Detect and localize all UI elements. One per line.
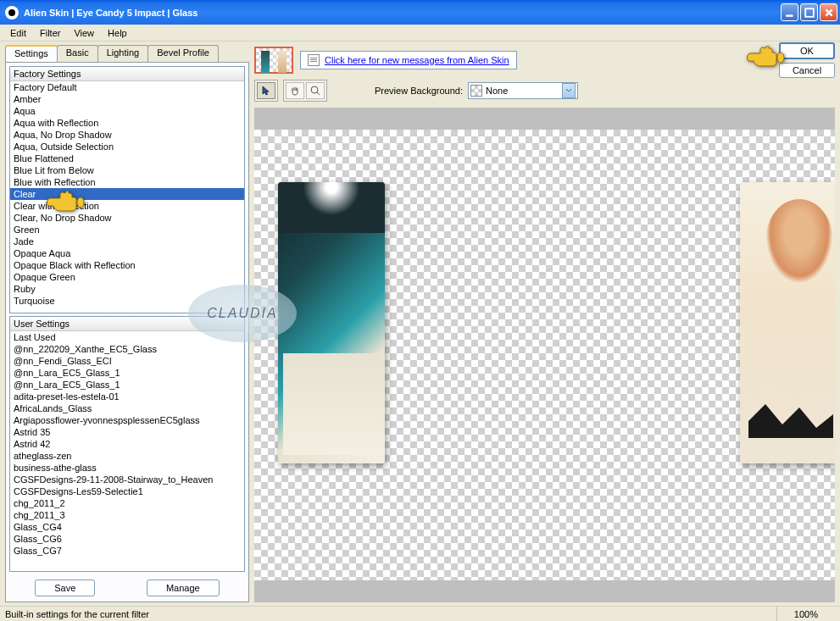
ok-button[interactable]: OK	[779, 42, 835, 59]
list-item[interactable]: Green	[10, 224, 244, 236]
preview-bg-select[interactable]: None	[468, 82, 578, 99]
message-box: Click here for new messages from Alien S…	[300, 51, 517, 69]
preview-bg-label: Preview Background:	[375, 86, 463, 96]
list-item[interactable]: Amber	[10, 93, 244, 105]
list-item[interactable]: chg_2011_3	[10, 509, 244, 521]
list-item[interactable]: @nn_Lara_EC5_Glass_1	[10, 379, 244, 391]
list-item[interactable]: Clear	[10, 188, 244, 200]
list-item[interactable]: Blue Flattened	[10, 152, 244, 164]
tab-lighting[interactable]: Lighting	[97, 45, 149, 62]
list-item[interactable]: chg_2011_2	[10, 497, 244, 509]
save-button[interactable]: Save	[35, 579, 95, 596]
menu-filter[interactable]: Filter	[35, 26, 65, 40]
minimize-button[interactable]	[781, 3, 798, 21]
menu-help[interactable]: Help	[103, 26, 132, 40]
list-item[interactable]: adita-preset-les-estela-01	[10, 391, 244, 402]
list-item[interactable]: Argiapossflower-yvonnespsplessenEC5glass	[10, 414, 244, 426]
list-item[interactable]: Opaque Green	[10, 271, 244, 283]
user-header: User Settings	[10, 317, 244, 331]
message-link[interactable]: Click here for new messages from Alien S…	[325, 55, 509, 65]
maximize-button[interactable]	[800, 3, 818, 21]
pointer-tool-icon[interactable]	[257, 82, 275, 99]
close-button[interactable]	[820, 3, 837, 21]
message-icon	[308, 54, 320, 66]
app-icon	[5, 6, 19, 19]
svg-point-2	[311, 86, 318, 93]
svg-rect-1	[805, 8, 814, 17]
preview-image-right	[740, 182, 835, 463]
tab-bevel-profile[interactable]: Bevel Profile	[147, 45, 219, 62]
zoom-level: 100%	[776, 607, 835, 621]
menu-bar: Edit Filter View Help	[0, 25, 840, 42]
list-item[interactable]: Aqua	[10, 105, 244, 117]
list-item[interactable]: atheglass-zen	[10, 450, 244, 462]
menu-edit[interactable]: Edit	[5, 26, 31, 40]
pan-tool-icon[interactable]	[286, 82, 304, 99]
user-settings-list[interactable]: User Settings Last Used@nn_220209_Xanthe…	[9, 316, 245, 572]
list-item[interactable]: Astrid 42	[10, 438, 244, 450]
tab-basic[interactable]: Basic	[57, 45, 98, 62]
cancel-button[interactable]: Cancel	[779, 63, 835, 78]
list-item[interactable]: business-athe-glass	[10, 462, 244, 474]
navigator-thumbnail[interactable]	[254, 47, 293, 74]
list-item[interactable]: Glass_CG6	[10, 533, 244, 545]
preview-area[interactable]	[254, 108, 835, 602]
list-item[interactable]: Opaque Aqua	[10, 247, 244, 259]
list-item[interactable]: Aqua, No Drop Shadow	[10, 129, 244, 141]
title-bar: Alien Skin | Eye Candy 5 Impact | Glass	[0, 0, 840, 25]
list-item[interactable]: Blue with Reflection	[10, 176, 244, 188]
preview-bg-value: None	[486, 86, 508, 96]
list-item[interactable]: Turquoise	[10, 295, 244, 307]
list-item[interactable]: Aqua, Outside Selection	[10, 141, 244, 152]
tab-strip: Settings Basic Lighting Bevel Profile	[5, 45, 249, 62]
zoom-tool-icon[interactable]	[306, 82, 325, 99]
list-item[interactable]: Factory Default	[10, 81, 244, 93]
list-item[interactable]: Clear, No Drop Shadow	[10, 212, 244, 224]
list-item[interactable]: Ruby	[10, 283, 244, 295]
status-bar: Built-in settings for the current filter…	[0, 606, 840, 621]
list-item[interactable]: CGSFDesigns-29-11-2008-Stairway_to_Heave…	[10, 474, 244, 485]
list-item[interactable]: Last Used	[10, 331, 244, 343]
list-item[interactable]: Blue Lit from Below	[10, 164, 244, 176]
list-item[interactable]: Glass_CG7	[10, 545, 244, 557]
tab-settings[interactable]: Settings	[5, 45, 58, 62]
menu-view[interactable]: View	[69, 26, 99, 40]
list-item[interactable]: @nn_Fendi_Glass_ECI	[10, 355, 244, 367]
list-item[interactable]: Glass_CG4	[10, 521, 244, 533]
factory-header: Factory Settings	[10, 67, 244, 81]
preview-image-left	[278, 182, 385, 463]
list-item[interactable]: CGSFDesigns-Les59-Selectie1	[10, 485, 244, 497]
list-item[interactable]: Jade	[10, 236, 244, 247]
factory-settings-list[interactable]: Factory Settings Factory DefaultAmberAqu…	[9, 66, 245, 313]
window-title: Alien Skin | Eye Candy 5 Impact | Glass	[24, 8, 781, 18]
status-text: Built-in settings for the current filter	[5, 609, 149, 619]
svg-rect-0	[786, 14, 793, 16]
list-item[interactable]: Opaque Black with Reflection	[10, 259, 244, 271]
list-item[interactable]: Aqua with Reflection	[10, 117, 244, 129]
manage-button[interactable]: Manage	[147, 579, 220, 596]
chevron-down-icon	[562, 83, 576, 98]
list-item[interactable]: @nn_Lara_EC5_Glass_1	[10, 367, 244, 379]
list-item[interactable]: AfricaLands_Glass	[10, 402, 244, 414]
list-item[interactable]: @nn_220209_Xanthe_EC5_Glass	[10, 343, 244, 355]
list-item[interactable]: Astrid 35	[10, 426, 244, 438]
list-item[interactable]: Clear with Reflection	[10, 200, 244, 212]
swatch-icon	[470, 85, 482, 97]
